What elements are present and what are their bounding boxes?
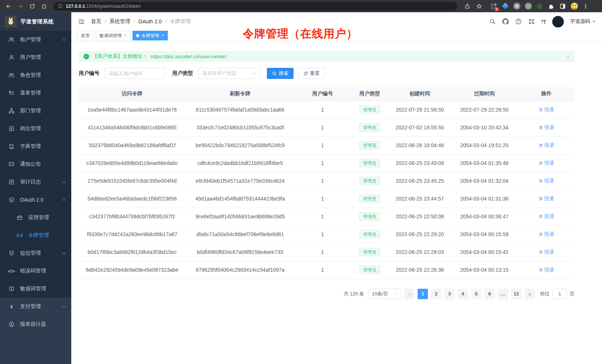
cell-access-token: 54d6be82ee5a460a9aedc1f9bf223656 (79, 190, 186, 208)
force-logout-button[interactable]: 强退 (539, 231, 554, 238)
browser-reload-icon[interactable] (27, 1, 37, 11)
shortcut-extension-icon[interactable] (513, 3, 520, 10)
sidebar-item-oauth2-token[interactable]: 令牌管理 (0, 226, 71, 244)
next-page-button[interactable]: › (524, 289, 535, 299)
sidebar-item-oauth2-app[interactable]: 应用管理 (0, 209, 71, 226)
sidebar-item-dept[interactable]: 部门管理 (0, 102, 71, 120)
tab-token[interactable]: 令牌管理× (132, 31, 168, 40)
user-avatar[interactable] (552, 16, 564, 27)
font-size-icon[interactable]: TT (541, 19, 546, 25)
sidebar-item-pay[interactable]: ¥支付管理 (0, 298, 71, 315)
force-logout-button[interactable]: 强退 (539, 160, 554, 166)
recorder-extension-icon[interactable] (524, 3, 532, 10)
sidebar-item-oauth2[interactable]: OAuth 2.0 (0, 191, 71, 209)
search-icon[interactable] (489, 18, 496, 25)
address-bar[interactable]: 127.0.0.1:1024/system/oauth2/token (53, 2, 457, 11)
search-button[interactable]: 搜索 (267, 68, 294, 79)
sidebar-item-post[interactable]: 岗位管理 (0, 120, 71, 138)
reset-button[interactable]: 重置 (298, 68, 325, 79)
tab-close-icon[interactable]: × (161, 33, 164, 38)
sidebar-item-sensitive-word[interactable]: 敏感词管理 (0, 280, 71, 298)
cell-expire-time: 2054-03-04 01:31:36 (451, 190, 518, 208)
breadcrumb-system[interactable]: 系统管理 (109, 18, 130, 25)
user-type-tag: 管理员 (359, 195, 380, 203)
column-user-id: 用户编号 (295, 87, 350, 101)
page-ellipsis-button[interactable]: … (498, 289, 508, 299)
force-logout-button[interactable]: 强退 (539, 267, 554, 273)
breadcrumb-oauth2[interactable]: OAuth 2.0 (138, 19, 162, 24)
cell-create-time: 2022-06-25 23:49:09 (389, 154, 451, 172)
user-type-select[interactable]: 请选择用户类型 (198, 68, 260, 79)
sidebar-item-user[interactable]: 用户管理 (0, 49, 71, 66)
sidebar-item-dict[interactable]: 字典管理 (0, 138, 71, 155)
goto-page-input[interactable] (552, 289, 567, 299)
help-icon[interactable] (515, 18, 522, 25)
force-logout-button[interactable]: 强退 (539, 124, 554, 131)
sidebar-item-audit-log[interactable]: 审计日志 (0, 173, 71, 191)
page-button-2[interactable]: 2 (431, 289, 441, 299)
bookmark-star-icon[interactable] (474, 1, 484, 11)
force-logout-button[interactable]: 强退 (539, 249, 554, 255)
profile-avatar-icon[interactable] (570, 3, 578, 10)
evernote-extension-icon[interactable] (536, 3, 543, 10)
cell-user-type: 管理员 (350, 119, 389, 136)
browser-toolbar: 127.0.0.1:1024/system/oauth2/token 9 ⋮ (0, 0, 602, 12)
force-logout-button[interactable]: 强退 (539, 142, 554, 149)
force-logout-button[interactable]: 强退 (539, 213, 554, 220)
force-logout-button[interactable]: 强退 (539, 178, 554, 184)
sidebar-item-notice[interactable]: 通知公告 (0, 155, 71, 173)
user-type-tag: 管理员 (359, 230, 380, 238)
cell-user-id: 1 (295, 136, 350, 154)
sidebar-item-role[interactable]: 角色管理 (0, 66, 71, 84)
force-logout-button[interactable]: 强退 (539, 106, 554, 113)
page-button-5[interactable]: 5 (471, 289, 481, 299)
sidebar-item-menu[interactable]: 菜单管理 (0, 84, 71, 102)
cell-expire-time: 2022-07-29 22:28:50 (451, 101, 518, 119)
side-panel-icon[interactable] (559, 3, 566, 10)
page-button-3[interactable]: 3 (444, 289, 455, 299)
user-type-tag: 管理员 (359, 159, 380, 167)
cell-user-id: 1 (295, 154, 350, 172)
sidebar-item-sms[interactable]: 短信管理 (0, 244, 71, 262)
alert-close-icon[interactable]: × (566, 53, 570, 60)
page-button-1[interactable]: 1 (418, 289, 428, 299)
browser-forward-icon[interactable] (16, 1, 25, 11)
breadcrumb-home[interactable]: 首页 (91, 18, 101, 25)
sidebar-item-tenant[interactable]: 租户管理 (0, 31, 71, 49)
sidebar-item-report-designer[interactable]: 报表设计器 (0, 315, 71, 333)
browser-menu-icon[interactable]: ⋮ (582, 3, 589, 10)
table-row: 54d6be82ee5a460a9aedc1f9bf22365649d1aa46… (79, 190, 575, 208)
tab-close-icon[interactable]: × (124, 33, 127, 38)
total-count: 共 120 条 (344, 291, 364, 297)
tab-sensitive-word[interactable]: 敏感词管理× (96, 31, 130, 40)
cell-create-time: 2022-06-25 22:29:20 (389, 225, 451, 243)
sidebar-item-error-code[interactable]: </>错误码管理 (0, 262, 71, 280)
cell-user-id: 1 (295, 243, 350, 261)
cell-user-type: 管理员 (350, 208, 389, 225)
cell-user-id: 1 (295, 172, 350, 190)
page-button-12[interactable]: 12 (511, 289, 521, 299)
user-menu[interactable]: 芋道源码 (570, 18, 595, 25)
page-button-6[interactable]: 6 (484, 289, 495, 299)
doc-link[interactable]: https://doc.iocoder.cn/user-center/ (151, 54, 226, 59)
share-icon[interactable] (462, 1, 472, 11)
sidebar-item-label: 审计日志 (20, 179, 57, 185)
fullscreen-icon[interactable] (528, 18, 535, 25)
gem-extension-icon[interactable] (501, 3, 509, 10)
user-id-input[interactable] (105, 68, 165, 79)
collapse-sidebar-icon[interactable] (78, 18, 85, 25)
force-logout-button[interactable]: 强退 (539, 195, 554, 202)
tab-home[interactable]: 首页 (77, 31, 94, 40)
browser-back-icon[interactable] (4, 1, 13, 11)
puzzle-extensions-icon[interactable] (547, 3, 555, 10)
site-info-icon[interactable] (58, 4, 63, 9)
page-button-4[interactable]: 4 (458, 289, 468, 299)
page-size-select[interactable]: 10条/页 (369, 289, 401, 299)
browser-home-icon[interactable] (39, 1, 49, 11)
github-icon[interactable] (502, 18, 509, 25)
pagination: 共 120 条 10条/页 ‹ 123456…12 › 前往 页 (79, 289, 575, 299)
app-logo[interactable]: 芋道管理系统 (0, 12, 71, 31)
workona-extension-icon[interactable]: 9 (490, 3, 497, 10)
table-row: b0d1785bc3a8482f812db4a3f3bd15ecb0df4980… (79, 243, 575, 261)
prev-page-button[interactable]: ‹ (404, 289, 415, 299)
